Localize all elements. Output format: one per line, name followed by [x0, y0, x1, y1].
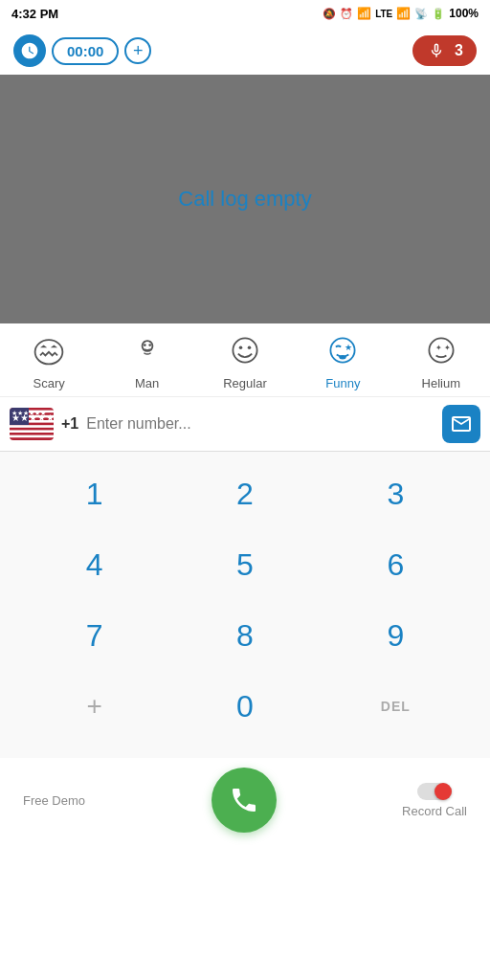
country-code: +1: [61, 415, 78, 433]
dial-key-6[interactable]: 6: [357, 536, 434, 593]
dial-key-plus[interactable]: +: [56, 678, 133, 735]
svg-point-7: [239, 346, 243, 350]
clock-icon: [13, 34, 46, 67]
notification-icon: 🔕: [323, 8, 336, 20]
regular-icon: [228, 333, 262, 372]
call-log-empty-message: Call log empty: [178, 187, 311, 212]
svg-point-11: [340, 355, 346, 360]
timer-group: 00:00 +: [13, 34, 151, 67]
svg-rect-21: [10, 435, 54, 438]
phone-number-input[interactable]: [86, 415, 434, 433]
svg-point-3: [148, 344, 151, 346]
funny-label: Funny: [325, 376, 360, 390]
svg-text:★: ★: [345, 343, 352, 352]
status-time: 4:32 PM: [11, 7, 58, 21]
dial-key-9[interactable]: 9: [357, 607, 434, 664]
toggle-thumb: [434, 783, 452, 800]
record-group: Record Call: [402, 783, 467, 818]
flag-selector[interactable]: ★★★★★★ ★★★★★★: [10, 408, 54, 440]
phone-input-row: ★★★★★★ ★★★★★★ +1: [0, 397, 490, 452]
voice-option-man[interactable]: Man: [109, 333, 186, 390]
regular-label: Regular: [223, 376, 267, 390]
dial-key-5[interactable]: 5: [207, 536, 283, 593]
voice-option-scary[interactable]: Scary: [11, 333, 87, 390]
svg-point-5: [148, 341, 150, 343]
free-demo-label: Free Demo: [23, 793, 85, 808]
signal2-icon: 📶: [396, 7, 411, 20]
battery-icon: 🔋: [432, 8, 445, 20]
dial-row-1: 1 2 3: [19, 465, 471, 523]
helium-icon: ✦ ✦: [424, 333, 458, 372]
toggle-track: [417, 783, 452, 800]
top-controls: 00:00 + 3: [0, 27, 490, 75]
svg-point-4: [144, 341, 145, 343]
record-toggle[interactable]: [417, 783, 452, 800]
scary-label: Scary: [33, 376, 65, 390]
svg-point-6: [233, 338, 256, 362]
contact-picker-button[interactable]: [442, 405, 480, 443]
signal-icon: 📶: [357, 7, 371, 20]
call-log-area: Call log empty: [0, 75, 490, 323]
battery-percentage: 100%: [449, 7, 479, 20]
mic-group: 3: [412, 35, 477, 66]
voice-selector: Scary Man: [0, 323, 490, 397]
helium-label: Helium: [422, 376, 460, 390]
dial-key-0[interactable]: 0: [207, 678, 283, 735]
timer-add-button[interactable]: +: [124, 37, 151, 64]
bottom-bar: Free Demo Record Call: [0, 758, 490, 848]
voice-option-funny[interactable]: ★ Funny: [304, 333, 381, 390]
voice-option-regular[interactable]: Regular: [207, 333, 283, 390]
funny-icon: ★: [325, 333, 360, 372]
scary-icon: [32, 333, 66, 372]
svg-text:✦: ✦: [443, 344, 450, 352]
svg-point-8: [248, 346, 252, 350]
status-bar: 4:32 PM 🔕 ⏰ 📶 LTE 📶 📡 🔋 100%: [0, 0, 490, 27]
call-button[interactable]: [212, 768, 277, 833]
svg-point-2: [144, 344, 146, 346]
dial-key-2[interactable]: 2: [207, 465, 283, 523]
status-icons: 🔕 ⏰ 📶 LTE 📶 📡 🔋 100%: [323, 7, 479, 20]
mic-count: 3: [455, 42, 463, 59]
timer-display: 00:00: [52, 37, 119, 65]
dial-row-2: 4 5 6: [19, 536, 471, 593]
dial-key-8[interactable]: 8: [207, 607, 283, 664]
dial-pad: 1 2 3 4 5 6 7 8 9 + 0 DEL: [0, 452, 490, 758]
dial-key-del[interactable]: DEL: [357, 678, 434, 735]
dial-row-3: 7 8 9: [19, 607, 471, 664]
record-call-label: Record Call: [402, 804, 467, 818]
dial-key-7[interactable]: 7: [56, 607, 133, 664]
wifi-icon: 📡: [414, 8, 428, 20]
svg-rect-20: [10, 430, 54, 433]
lte-icon: LTE: [375, 9, 392, 19]
dial-row-4: + 0 DEL: [19, 678, 471, 735]
svg-rect-19: [10, 425, 54, 428]
man-icon: [130, 333, 165, 372]
svg-text:✦: ✦: [434, 344, 441, 352]
mic-icon: [426, 40, 447, 61]
dial-key-4[interactable]: 4: [56, 536, 133, 593]
svg-text:★★★★★★: ★★★★★★: [11, 410, 46, 416]
voice-option-helium[interactable]: ✦ ✦ Helium: [403, 333, 479, 390]
man-label: Man: [135, 376, 159, 390]
dial-key-3[interactable]: 3: [357, 465, 434, 523]
dial-key-1[interactable]: 1: [56, 465, 133, 523]
alarm-icon: ⏰: [340, 8, 353, 20]
